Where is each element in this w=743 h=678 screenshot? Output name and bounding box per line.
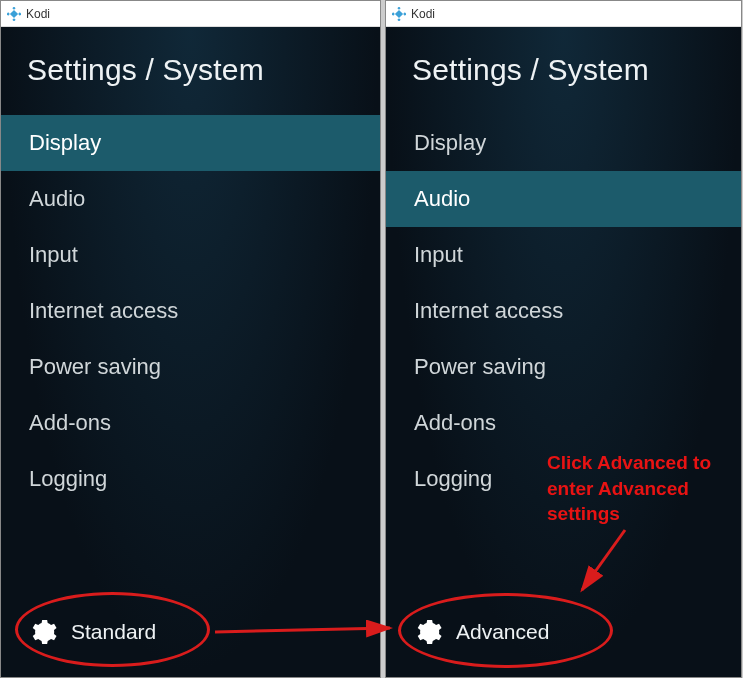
menu-item-add-ons[interactable]: Add-ons	[1, 395, 380, 451]
menu-item-internet-access[interactable]: Internet access	[1, 283, 380, 339]
menu-item-input[interactable]: Input	[1, 227, 380, 283]
content-right: Settings / System Display Audio Input In…	[386, 27, 741, 677]
menu-item-logging[interactable]: Logging	[1, 451, 380, 507]
svg-rect-1	[7, 12, 10, 15]
menu-item-display[interactable]: Display	[386, 115, 741, 171]
titlebar: Kodi	[1, 1, 380, 27]
svg-rect-9	[395, 9, 403, 17]
settings-menu-right: Display Audio Input Internet access Powe…	[386, 115, 741, 507]
titlebar-text: Kodi	[26, 7, 50, 21]
titlebar: Kodi	[386, 1, 741, 27]
svg-rect-0	[12, 7, 15, 10]
menu-item-input[interactable]: Input	[386, 227, 741, 283]
kodi-window-right: Kodi Settings / System Display Audio Inp…	[385, 0, 742, 678]
settings-mode-button-standard[interactable]: Standard	[31, 619, 156, 645]
svg-rect-3	[12, 18, 15, 21]
svg-rect-8	[397, 18, 400, 21]
svg-rect-6	[392, 12, 395, 15]
svg-rect-5	[397, 7, 400, 10]
menu-item-logging[interactable]: Logging	[386, 451, 741, 507]
settings-menu-left: Display Audio Input Internet access Powe…	[1, 115, 380, 507]
menu-item-power-saving[interactable]: Power saving	[386, 339, 741, 395]
kodi-logo-icon	[7, 7, 21, 21]
menu-item-power-saving[interactable]: Power saving	[1, 339, 380, 395]
menu-item-internet-access[interactable]: Internet access	[386, 283, 741, 339]
titlebar-text: Kodi	[411, 7, 435, 21]
svg-rect-7	[403, 12, 406, 15]
settings-mode-button-advanced[interactable]: Advanced	[416, 619, 549, 645]
content-left: Settings / System Display Audio Input In…	[1, 27, 380, 677]
kodi-logo-icon	[392, 7, 406, 21]
kodi-window-left: Kodi Settings / System Display Audio Inp…	[0, 0, 381, 678]
svg-rect-4	[10, 9, 18, 17]
menu-item-add-ons[interactable]: Add-ons	[386, 395, 741, 451]
menu-item-display[interactable]: Display	[1, 115, 380, 171]
mode-label: Standard	[71, 620, 156, 644]
page-title: Settings / System	[1, 45, 380, 115]
mode-label: Advanced	[456, 620, 549, 644]
menu-item-audio[interactable]: Audio	[386, 171, 741, 227]
page-title: Settings / System	[386, 45, 741, 115]
gear-icon	[416, 619, 442, 645]
svg-rect-2	[18, 12, 21, 15]
gear-icon	[31, 619, 57, 645]
menu-item-audio[interactable]: Audio	[1, 171, 380, 227]
